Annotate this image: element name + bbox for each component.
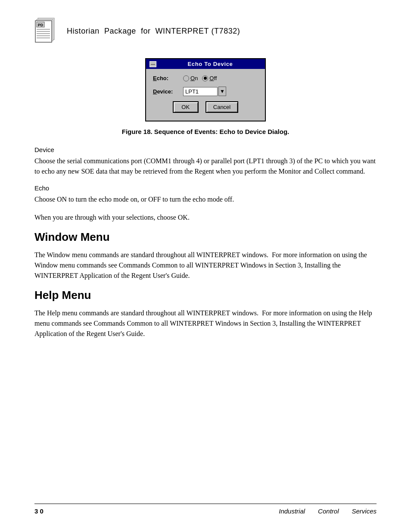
brand-winterpret-2: Winterpret: [195, 261, 239, 269]
svg-text:PD: PD: [38, 23, 44, 27]
echo-label: Echo:: [153, 75, 183, 81]
brand-winterpret-5: Winterpret: [170, 320, 213, 327]
brand-winterpret-1: Winterpret: [196, 251, 240, 258]
brand-name: Winterpret: [156, 27, 209, 35]
radio-on-label: On: [190, 75, 198, 81]
page-header: PD Historian Package for Winterpret (T78…: [34, 17, 377, 45]
window-menu-heading: Window Menu: [34, 230, 377, 244]
device-heading: Device: [34, 146, 377, 153]
dialog-title-text: Echo To Device: [159, 61, 262, 67]
device-spinner[interactable]: ▼: [218, 87, 226, 96]
document-icon: PD: [34, 17, 58, 45]
dialog-container: — Echo To Device Echo: On: [34, 58, 377, 121]
radio-on-circle[interactable]: [183, 75, 189, 81]
radio-off[interactable]: Off: [202, 75, 217, 81]
footer-col3: Services: [352, 507, 377, 515]
brand-winterpret-3: Winterpret: [34, 272, 78, 279]
radio-off-label: Off: [209, 75, 217, 81]
device-input[interactable]: [183, 87, 218, 96]
dialog-minimize-button[interactable]: —: [149, 61, 156, 67]
dialog-titlebar: — Echo To Device: [146, 59, 265, 69]
device-body: Choose the serial communications port (C…: [34, 156, 377, 177]
footer-col2: Control: [318, 507, 339, 515]
echo-heading: Echo: [34, 184, 377, 192]
echo-section: Echo Choose ON to turn the echo mode on,…: [34, 184, 377, 223]
ok-button[interactable]: OK: [173, 101, 199, 113]
page-number: 3 0: [34, 507, 44, 515]
page-container: PD Historian Package for Winterpret (T78…: [0, 0, 411, 532]
device-label: Device:: [153, 88, 183, 95]
footer-col1: Industrial: [279, 507, 305, 515]
help-menu-section: Help Menu The Help menu commands are sta…: [34, 289, 377, 339]
echo-body: Choose ON to turn the echo mode on, or O…: [34, 194, 377, 205]
radio-off-circle[interactable]: [202, 75, 208, 81]
page-footer: 3 0 Industrial Control Services: [34, 504, 377, 515]
radio-on[interactable]: On: [183, 75, 198, 81]
echo-radio-group: On Off: [183, 75, 217, 81]
help-menu-heading: Help Menu: [34, 289, 377, 302]
figure-caption: Figure 18. Sequence of Events: Echo to D…: [34, 128, 377, 135]
dialog-buttons: OK Cancel: [153, 101, 258, 115]
header-title: Historian Package for Winterpret (T7832): [67, 27, 240, 36]
cancel-button[interactable]: Cancel: [206, 101, 238, 113]
ok-instruction: When you are through with your selection…: [34, 212, 377, 223]
device-section: Device Choose the serial communications …: [34, 146, 377, 177]
help-menu-body: The Help menu commands are standard thro…: [34, 308, 377, 339]
window-menu-section: Window Menu The Window menu commands are…: [34, 230, 377, 281]
window-menu-body: The Window menu commands are standard th…: [34, 250, 377, 281]
echo-to-device-dialog: — Echo To Device Echo: On: [145, 58, 266, 121]
footer-right: Industrial Control Services: [279, 507, 377, 515]
device-row: Device: ▼: [153, 87, 258, 96]
dialog-body: Echo: On Off: [146, 69, 265, 121]
device-input-group: ▼: [183, 87, 226, 96]
echo-row: Echo: On Off: [153, 75, 258, 81]
brand-winterpret-6: Winterpret: [317, 320, 361, 327]
brand-winterpret-4: Winterpret: [187, 309, 230, 317]
